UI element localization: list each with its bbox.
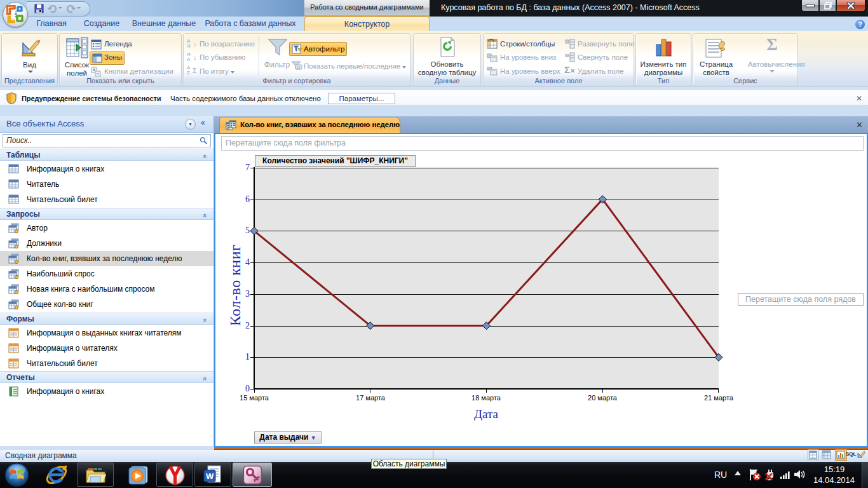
svg-text:W: W	[206, 471, 214, 481]
svg-text:10: 10	[296, 65, 301, 69]
